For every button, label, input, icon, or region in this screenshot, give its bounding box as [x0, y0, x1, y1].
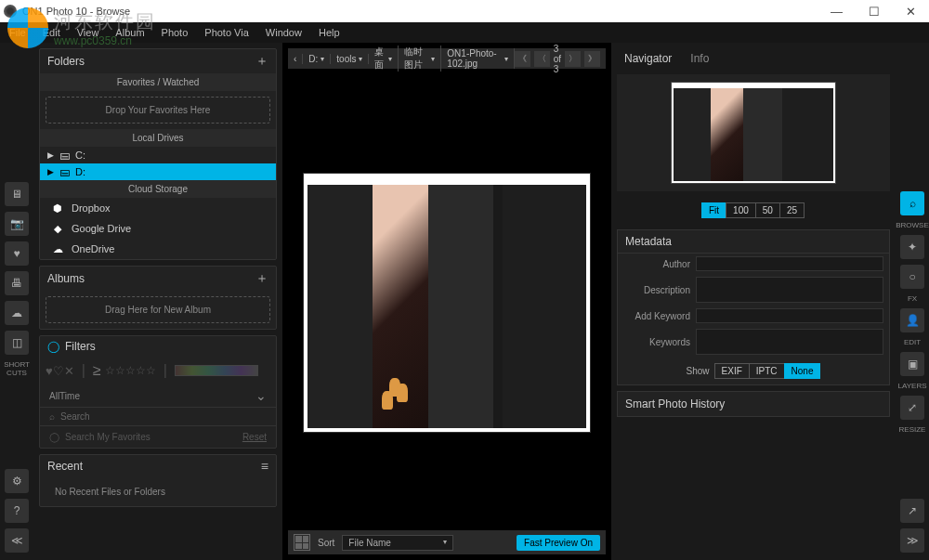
reset-button[interactable]: Reset — [242, 432, 267, 442]
camera-icon[interactable]: 📷 — [5, 212, 29, 236]
tab-info[interactable]: Info — [690, 52, 709, 65]
titlebar: ON1 Photo 10 - Browse — ☐ ✕ — [0, 0, 929, 22]
menu-view[interactable]: View — [77, 27, 99, 38]
zoom-buttons: Fit 100 50 25 — [617, 197, 890, 224]
fx-label: FX — [900, 294, 924, 303]
dropbox-label: Dropbox — [72, 202, 111, 214]
settings-icon[interactable]: ⚙ — [5, 469, 29, 493]
show-label: Show — [687, 366, 710, 376]
zoom-25[interactable]: 25 — [779, 202, 805, 218]
menu-window[interactable]: Window — [266, 27, 302, 38]
bc-tempimg[interactable]: 临时图片▾ — [399, 46, 441, 72]
left-panel: Folders＋ Favorites / Watched Drop Your F… — [33, 43, 282, 560]
filter-toggle-icon[interactable]: ◯ — [47, 340, 59, 353]
cloud-gdrive[interactable]: ◆Google Drive — [40, 218, 276, 239]
zoom-fit[interactable]: Fit — [701, 202, 726, 218]
albums-dropzone[interactable]: Drag Here for New Album — [46, 296, 270, 323]
sort-select[interactable]: File Name ▾ — [342, 535, 453, 551]
fast-preview-button[interactable]: Fast Preview On — [517, 535, 600, 551]
close-button[interactable]: ✕ — [906, 5, 916, 19]
right-toolcol: ⌕ BROWSE ✦ ○ FX 👤 EDIT ▣ LAYERS ⤢ RESIZE… — [896, 43, 929, 560]
bc-desktop[interactable]: 桌面▾ — [369, 46, 399, 72]
cloud-icon[interactable]: ☁ — [5, 301, 29, 325]
bc-tools[interactable]: tools▾ — [331, 54, 369, 64]
browse-tool-icon[interactable]: ⌕ — [900, 191, 924, 215]
search-icon: ⌕ — [49, 411, 55, 422]
bc-back[interactable]: ‹ — [288, 54, 303, 64]
show-iptc[interactable]: IPTC — [749, 363, 785, 379]
center-viewer: ‹ D:▾ tools▾ 桌面▾ 临时图片▾ ON1-Photo-102.jpg… — [282, 43, 611, 560]
menu-photovia[interactable]: Photo Via — [204, 27, 249, 38]
maximize-button[interactable]: ☐ — [869, 5, 880, 19]
heart-icon[interactable]: ♥ — [5, 241, 29, 266]
layers-tool-icon[interactable]: ▣ — [900, 352, 924, 376]
collapse-right-icon[interactable]: ≫ — [900, 528, 924, 553]
local-drives-header: Local Drives — [40, 129, 276, 147]
fx-tool-icon[interactable]: ○ — [900, 265, 924, 289]
albums-section: Albums＋ Drag Here for New Album — [39, 266, 277, 330]
bc-d[interactable]: D:▾ — [303, 54, 331, 64]
right-panel: Navigator Info Fit 100 50 25 Metadata Au… — [611, 43, 896, 560]
menu-photo[interactable]: Photo — [162, 27, 189, 38]
drive-d[interactable]: ▶🖴D: — [40, 163, 276, 180]
minimize-button[interactable]: — — [831, 5, 843, 19]
fav-toggle-icon[interactable]: ◯ — [49, 432, 59, 442]
history-panel: Smart Photo History — [617, 391, 890, 417]
search-input[interactable]: Search — [60, 411, 90, 422]
tab-navigator[interactable]: Navigator — [624, 52, 672, 65]
addkw-label: Add Keyword — [623, 311, 690, 321]
nav-next[interactable]: 〉 — [565, 51, 581, 67]
expand-icon[interactable]: ▶ — [47, 150, 54, 160]
expand-icon[interactable]: ▶ — [47, 167, 54, 176]
favorites-dropzone[interactable]: Drop Your Favorites Here — [46, 97, 270, 124]
image-viewer[interactable] — [282, 74, 611, 530]
show-exif[interactable]: EXIF — [714, 363, 750, 379]
recent-title: Recent — [47, 460, 83, 473]
share-icon[interactable]: ↗ — [900, 499, 924, 523]
printer-icon[interactable]: 🖶 — [5, 271, 29, 295]
resize-tool-icon[interactable]: ⤢ — [900, 396, 924, 420]
cloud-onedrive[interactable]: ☁OneDrive — [40, 239, 276, 259]
cloud-dropbox[interactable]: ⬢Dropbox — [40, 198, 276, 218]
navigator-thumb[interactable] — [617, 74, 890, 191]
menu-album[interactable]: Album — [115, 27, 144, 38]
metadata-panel: Metadata Author Description Add Keyword … — [617, 229, 890, 385]
dropbox-icon: ⬢ — [51, 202, 64, 215]
heart-filters[interactable]: ♥♡✕ — [46, 364, 74, 378]
edit-tool-icon[interactable]: 👤 — [900, 308, 924, 332]
recent-section: Recent≡ No Recent Files or Folders — [39, 454, 277, 507]
addkw-input[interactable] — [696, 308, 883, 323]
desc-input[interactable] — [696, 277, 883, 303]
collapse-left-icon[interactable]: ≪ — [5, 528, 29, 553]
show-none[interactable]: None — [784, 363, 821, 379]
zoom-50[interactable]: 50 — [755, 202, 780, 218]
help-icon[interactable]: ? — [5, 499, 29, 523]
nav-prev[interactable]: 〈 — [534, 51, 550, 67]
onedrive-label: OneDrive — [72, 243, 114, 254]
recent-menu-icon[interactable]: ≡ — [261, 459, 268, 474]
color-filter[interactable] — [175, 365, 258, 376]
menu-help[interactable]: Help — [319, 27, 340, 38]
folders-add[interactable]: ＋ — [255, 53, 268, 70]
shortcuts-icon[interactable]: ◫ — [5, 331, 29, 355]
bc-file[interactable]: ON1-Photo-102.jpg▾ — [441, 48, 514, 69]
grid-view-icon[interactable] — [294, 534, 310, 551]
zoom-100[interactable]: 100 — [726, 202, 756, 218]
search-favorites[interactable]: Search My Favorites — [65, 432, 150, 442]
albums-add[interactable]: ＋ — [255, 270, 268, 287]
kw-input[interactable] — [696, 329, 883, 355]
menu-file[interactable]: File — [9, 27, 26, 38]
author-input[interactable] — [696, 256, 883, 271]
kw-label: Keywords — [623, 337, 690, 347]
star-filter[interactable]: ☆☆☆☆☆ — [105, 364, 156, 377]
wand-tool-icon[interactable]: ✦ — [900, 235, 924, 259]
monitor-icon[interactable]: 🖥 — [5, 182, 29, 206]
drive-d-label: D: — [75, 166, 85, 177]
time-filter[interactable]: AllTime — [49, 391, 80, 401]
nav-first[interactable]: 《 — [515, 51, 530, 67]
drive-c[interactable]: ▶🖴C: — [40, 147, 276, 163]
menu-edit[interactable]: Edit — [43, 27, 60, 38]
chevron-down-icon[interactable]: ⌄ — [255, 388, 267, 403]
gdrive-label: Google Drive — [72, 223, 131, 234]
nav-last[interactable]: 》 — [584, 51, 600, 67]
